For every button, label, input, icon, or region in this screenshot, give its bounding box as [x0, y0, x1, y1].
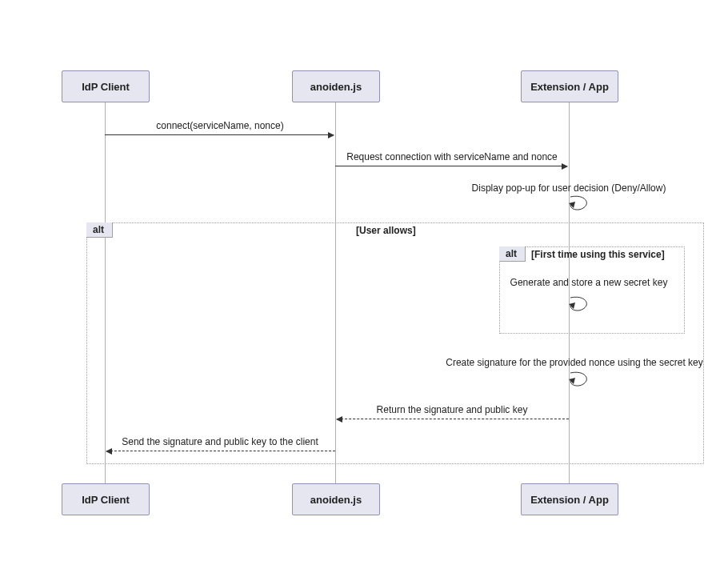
message-return-signature: Return the signature and public key — [335, 404, 569, 415]
alt-label-outer: alt — [86, 222, 113, 238]
svg-marker-0 — [569, 202, 575, 208]
selfloop-generate-key — [569, 296, 591, 309]
message-connect: connect(serviceName, nonce) — [105, 120, 335, 131]
selfloop-display-popup — [569, 195, 591, 208]
message-display-popup: Display pop-up for user decision (Deny/A… — [448, 182, 690, 194]
sequence-diagram: IdP Client anoiden.js Extension / App Id… — [0, 0, 728, 577]
participant-extension-app-bottom: Extension / App — [521, 483, 618, 515]
message-generate-key: Generate and store a new secret key — [490, 277, 688, 288]
alt-condition-first-time: [First time using this service] — [531, 249, 665, 260]
participant-anoiden-js-top: anoiden.js — [292, 70, 380, 102]
arrow-send-signature — [106, 451, 335, 451]
message-send-signature: Send the signature and public key to the… — [105, 436, 335, 447]
selfloop-create-signature — [569, 371, 591, 384]
svg-marker-2 — [569, 378, 575, 384]
participant-idp-client-top: IdP Client — [62, 70, 150, 102]
svg-marker-1 — [569, 303, 575, 309]
alt-label-inner: alt — [499, 246, 526, 262]
participant-extension-app-top: Extension / App — [521, 70, 618, 102]
participant-anoiden-js-bottom: anoiden.js — [292, 483, 380, 515]
participant-idp-client-bottom: IdP Client — [62, 483, 150, 515]
message-create-signature: Create signature for the provided nonce … — [430, 357, 718, 368]
arrow-connect — [105, 134, 334, 135]
arrow-return-signature — [337, 419, 569, 419]
message-request-connection: Request connection with serviceName and … — [335, 151, 569, 162]
alt-condition-user-allows: [User allows] — [356, 225, 416, 236]
arrow-request-connection — [335, 166, 567, 166]
